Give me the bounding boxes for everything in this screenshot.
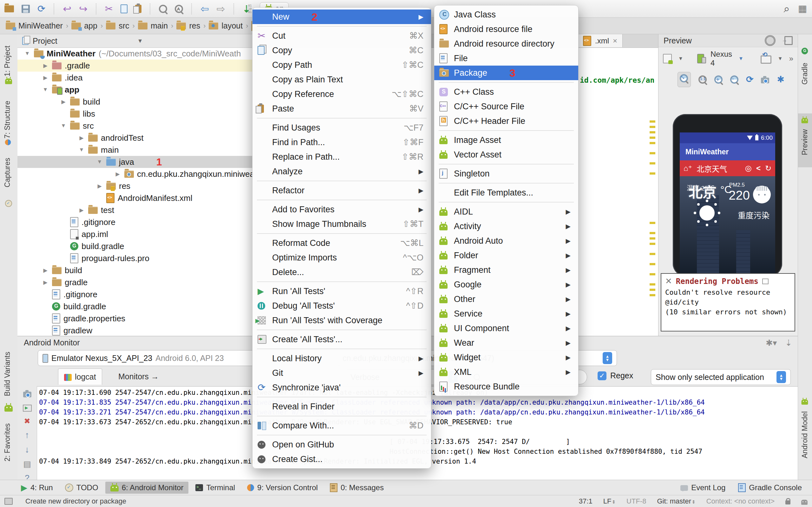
copy-icon[interactable]: [120, 4, 128, 13]
breadcrumb-item-app[interactable]: app: [71, 21, 97, 31]
tree-toggle-icon[interactable]: ▶: [78, 135, 85, 141]
configuration-icon[interactable]: [663, 54, 672, 63]
tree-toggle-icon[interactable]: ▶: [42, 267, 49, 274]
tree-row-build-gradle[interactable]: build.gradle: [17, 240, 253, 252]
breadcrumb-item-main[interactable]: main: [138, 21, 168, 31]
regex-checkbox[interactable]: ✓: [598, 372, 606, 380]
menu-item-run-all-tests-[interactable]: ▶Run 'All Tests'^⇧R: [252, 284, 431, 298]
tab-monitors[interactable]: Monitors →: [113, 369, 165, 384]
submenu-item-widget[interactable]: Widget▶: [434, 350, 578, 365]
tree-row-cn-edu-pku-zhangqixun-miniweather[interactable]: ▶cn.edu.pku.zhangqixun.miniweather: [17, 168, 253, 180]
settings-gear-icon[interactable]: ✱: [777, 75, 784, 84]
logcat-filter-dropdown[interactable]: Show only selected application ▲▼: [651, 369, 791, 385]
screenshot-icon[interactable]: [23, 392, 32, 397]
find-icon[interactable]: [159, 5, 167, 13]
tree-row-main[interactable]: ▼main: [17, 144, 253, 156]
toolwindow-button-gradle-console[interactable]: Gradle Console: [733, 482, 807, 494]
update-icon[interactable]: [243, 4, 252, 14]
submenu-item-android-auto[interactable]: Android Auto▶: [434, 233, 578, 248]
menu-item-show-image-thumbnails[interactable]: Show Image Thumbnails⇧⌘T: [252, 217, 431, 231]
window-icon[interactable]: [762, 279, 768, 284]
menu-item-open-on-github[interactable]: Open on GitHub: [252, 437, 431, 452]
tree-row-proguard-rules-pro[interactable]: proguard-rules.pro: [17, 252, 253, 264]
soft-wrap-icon[interactable]: ▤: [23, 460, 31, 468]
close-icon[interactable]: ✕: [665, 276, 672, 286]
refresh-icon[interactable]: ⟳: [746, 75, 753, 84]
location-icon[interactable]: ◎: [745, 164, 752, 173]
tree-row-build[interactable]: ▶build: [17, 96, 253, 108]
back-icon[interactable]: ⇦: [200, 4, 209, 14]
menu-item-create-all-tests-[interactable]: Create 'All Tests'...: [252, 332, 431, 347]
menu-item-copy-path[interactable]: Copy Path⇧⌘C: [252, 58, 431, 72]
zoom-out-button[interactable]: −: [730, 75, 739, 83]
save-icon[interactable]: [21, 5, 30, 13]
submenu-item-ui-component[interactable]: UI Component▶: [434, 321, 578, 336]
orientation-icon[interactable]: [761, 55, 771, 64]
tree-row-app-iml[interactable]: app.iml: [17, 228, 253, 240]
tree-row-test[interactable]: ▶test: [17, 204, 253, 216]
menu-item-analyze[interactable]: Analyze▶: [252, 164, 431, 179]
toolwindow-button-9-version-control[interactable]: 9: Version Control: [242, 482, 323, 494]
sidebar-item-2-favorites[interactable]: 2: Favorites: [3, 424, 12, 461]
search-icon[interactable]: ⌕: [784, 3, 790, 14]
device-selector[interactable]: Nexus 4: [711, 50, 732, 67]
breadcrumb-item-res[interactable]: res: [176, 21, 200, 31]
share-icon[interactable]: <: [756, 164, 761, 173]
tree-row-gradle[interactable]: ▶gradle: [17, 276, 253, 288]
clear-icon[interactable]: ✖: [24, 417, 30, 425]
redo-icon[interactable]: ↪: [79, 4, 88, 14]
tree-row-gradlew[interactable]: gradlew: [17, 325, 253, 336]
submenu-item-service[interactable]: Service▶: [434, 306, 578, 321]
submenu-item-vector-asset[interactable]: Vector Asset: [434, 147, 578, 162]
tree-toggle-icon[interactable]: ▶: [42, 62, 49, 69]
refresh-icon[interactable]: ↻: [765, 164, 771, 173]
tree-row-androidmanifest-xml[interactable]: AndroidManifest.xml: [17, 192, 253, 204]
menu-item-find-in-path-[interactable]: Find in Path...⇧⌘F: [252, 135, 431, 150]
tree-row-java[interactable]: ▼java1: [17, 156, 253, 168]
toolwindow-button-event-log[interactable]: Event Log: [675, 482, 730, 494]
chevron-down-icon[interactable]: ▼: [137, 38, 143, 44]
more-icon[interactable]: »: [789, 54, 793, 63]
sidebar-item-1-project[interactable]: 1: Project: [3, 46, 12, 76]
status-item[interactable]: Context: <no context>: [706, 497, 774, 505]
close-icon[interactable]: ×: [613, 37, 617, 45]
breadcrumb-item-miniweather[interactable]: MiniWeather: [6, 21, 63, 31]
menu-item-git[interactable]: Git▶: [252, 366, 431, 380]
zoom-fit-button[interactable]: ⤡: [677, 72, 691, 87]
spinner-icon[interactable]: ▲▼: [603, 352, 612, 364]
device-icon[interactable]: [697, 54, 704, 63]
submenu-item-file[interactable]: File: [434, 51, 578, 66]
toolwindow-button-todo[interactable]: TODO: [60, 482, 103, 494]
tree-row--idea[interactable]: ▶.idea: [17, 72, 253, 83]
tree-toggle-icon[interactable]: ▶: [78, 207, 85, 214]
toolwindow-button-0-messages[interactable]: 0: Messages: [325, 482, 389, 494]
undo-icon[interactable]: ↩: [63, 4, 71, 14]
submenu-item-android-resource-file[interactable]: Android resource file: [434, 22, 578, 37]
tree-row-miniweather[interactable]: ▼MiniWeather (~/Documents/03_src_code/Mi…: [17, 48, 253, 60]
menu-item-add-to-favorites[interactable]: Add to Favorites▶: [252, 202, 431, 217]
paste-icon[interactable]: [135, 5, 142, 13]
submenu-item-google[interactable]: Google▶: [434, 277, 578, 292]
menu-item-find-usages[interactable]: Find Usages⌥F7: [252, 120, 431, 135]
status-item[interactable]: UTF-8: [626, 497, 646, 505]
submenu-item-c-class[interactable]: C++ Class: [434, 84, 578, 99]
project-panel-header[interactable]: Project ▼: [17, 34, 253, 48]
submenu-item-resource-bundle[interactable]: Resource Bundle: [434, 379, 578, 394]
tree-row--gitignore[interactable]: .gitignore: [17, 216, 253, 228]
toolwindow-button-terminal[interactable]: Terminal: [190, 482, 240, 494]
menu-item-optimize-imports[interactable]: Optimize Imports^⌥O: [252, 250, 431, 265]
forward-icon[interactable]: ⇨: [217, 4, 225, 14]
toolwindow-button-6-android-monitor[interactable]: 6: Android Monitor: [105, 482, 189, 494]
status-item[interactable]: LF⇕: [603, 497, 616, 505]
tree-row-build[interactable]: ▶build: [17, 264, 253, 276]
submenu-item-activity[interactable]: Activity▶: [434, 219, 578, 233]
menu-item-compare-with-[interactable]: Compare With...⌘D: [252, 418, 431, 433]
menu-item-copy-as-plain-text[interactable]: Copy as Plain Text: [252, 72, 431, 87]
submenu-item-c-c-header-file[interactable]: C/C++ Header File: [434, 114, 578, 128]
submenu-item-c-c-source-file[interactable]: C/C++ Source File: [434, 99, 578, 114]
submenu-item-fragment[interactable]: Fragment▶: [434, 263, 578, 277]
sidebar-item-preview[interactable]: Preview: [801, 129, 809, 155]
tree-row-src[interactable]: ▼src: [17, 120, 253, 132]
status-window-icon[interactable]: [4, 498, 13, 505]
tree-toggle-icon[interactable]: ▼: [96, 159, 103, 165]
